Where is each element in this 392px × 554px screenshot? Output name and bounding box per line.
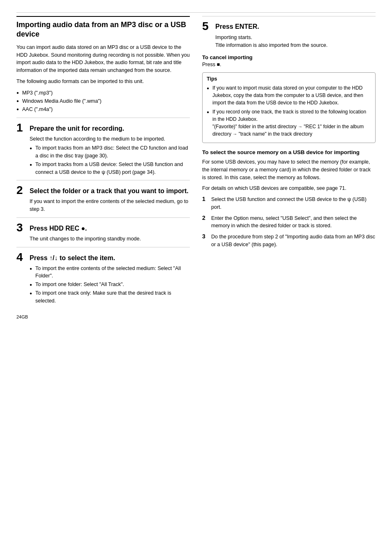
main-title: Importing audio data from an MP3 disc or…	[16, 16, 190, 39]
step4-title: Press ↑/↓ to select the item.	[30, 252, 115, 263]
step3-body: The unit changes to the importing standb…	[16, 235, 190, 243]
step3-title: Press HDD REC ●.	[30, 222, 87, 233]
usb-section-title: To select the source memory on a USB dev…	[202, 149, 376, 156]
arrow-icon-2: →	[233, 131, 237, 138]
step4-row: 4 Press ↑/↓ to select the item.	[16, 252, 190, 263]
step4-section: 4 Press ↑/↓ to select the item. To impor…	[16, 252, 190, 305]
page-container: Importing audio data from an MP3 disc or…	[16, 12, 376, 319]
step1-bullet-2: To import tracks from a USB device: Sele…	[30, 161, 190, 176]
step1-section: 1 Prepare the unit for recording. Select…	[16, 122, 190, 176]
page-number: 24GB	[16, 314, 28, 319]
top-rule	[16, 12, 376, 13]
step4-number: 4	[16, 252, 26, 263]
format-item-wma: Windows Media Audio file (".wma")	[16, 97, 190, 105]
step4-body: To import the entire contents of the sel…	[16, 265, 190, 305]
step1-body: Select the function according to the med…	[16, 135, 190, 176]
left-column: Importing audio data from an MP3 disc or…	[16, 16, 190, 306]
usb-intro-text: For some USB devices, you may have to se…	[202, 158, 376, 181]
usb-detail-text: For details on which USB devices are com…	[202, 185, 376, 192]
intro-paragraph-1: You can import audio data stored on an M…	[16, 44, 190, 74]
step3-divider	[16, 217, 190, 218]
step5-section: 5 Press ENTER. Importing starts. Title i…	[202, 21, 376, 49]
step2-body: If you want to import the entire content…	[16, 198, 190, 213]
step1-row: 1 Prepare the unit for recording.	[16, 122, 190, 134]
step5-title: Press ENTER.	[215, 21, 259, 30]
tip-2: If you record only one track, the track …	[207, 108, 371, 138]
step1-bullet-1: To import tracks from an MP3 disc: Selec…	[30, 144, 190, 160]
step4-bullet-2: To import one folder: Select "All Track"…	[30, 281, 190, 289]
step2-number: 2	[16, 185, 26, 196]
format-item-aac: AAC (".m4a")	[16, 105, 190, 113]
sub-step-1: 1 Select the USB function and connect th…	[202, 196, 376, 211]
sub-step-2-text: Enter the Option menu, select "USB Selec…	[211, 215, 376, 230]
page-footer: 24GB	[16, 314, 376, 319]
format-list: MP3 (".mp3") Windows Media Audio file ("…	[16, 89, 190, 113]
sub-step-3: 3 Do the procedure from step 2 of "Impor…	[202, 233, 376, 249]
step1-title: Prepare the unit for recording.	[30, 122, 124, 133]
step1-divider	[16, 118, 190, 118]
step3-row: 3 Press HDD REC ●.	[16, 222, 190, 233]
step2-divider	[16, 180, 190, 180]
step5-body: Importing starts. Title information is a…	[202, 34, 376, 49]
step2-section: 2 Select the folder or a track that you …	[16, 185, 190, 213]
tips-box: Tips If you want to import music data st…	[202, 72, 376, 143]
step3-section: 3 Press HDD REC ●. The unit changes to t…	[16, 222, 190, 243]
sub-step-2: 2 Enter the Option menu, select "USB Sel…	[202, 215, 376, 230]
sub-step-3-text: Do the procedure from step 2 of "Importi…	[211, 233, 376, 249]
cancel-text: Press ■.	[202, 62, 376, 67]
sub-step-1-text: Select the USB function and connect the …	[211, 196, 376, 211]
two-col-layout: Importing audio data from an MP3 disc or…	[16, 16, 376, 306]
step1-bullets: To import tracks from an MP3 disc: Selec…	[30, 144, 190, 176]
right-top-rule	[202, 16, 376, 16]
step3-number: 3	[16, 222, 26, 233]
tips-header: Tips	[207, 76, 371, 82]
step4-bullet-1: To import the entire contents of the sel…	[30, 265, 190, 280]
step4-bullet-3: To import one track only: Make sure that…	[30, 289, 190, 305]
step5-row: 5 Press ENTER.	[202, 21, 376, 32]
step2-title: Select the folder or a track that you wa…	[30, 185, 189, 196]
format-item-mp3: MP3 (".mp3")	[16, 89, 190, 97]
intro-paragraph-2: The following audio formats can be impor…	[16, 78, 190, 85]
cancel-section: To cancel importing Press ■.	[202, 54, 376, 67]
sub-step-1-number: 1	[202, 196, 209, 202]
step4-divider	[16, 247, 190, 247]
tip-1: If you want to import music data stored …	[207, 84, 371, 106]
step5-number: 5	[202, 21, 212, 32]
step2-row: 2 Select the folder or a track that you …	[16, 185, 190, 196]
right-column: 5 Press ENTER. Importing starts. Title i…	[202, 16, 376, 306]
sub-step-3-number: 3	[202, 233, 209, 240]
usb-section: To select the source memory on a USB dev…	[202, 149, 376, 249]
step1-number: 1	[16, 122, 26, 134]
tips-list: If you want to import music data stored …	[207, 84, 371, 138]
sub-step-2-number: 2	[202, 215, 209, 221]
cancel-title: To cancel importing	[202, 54, 376, 60]
arrow-icon-1: →	[298, 123, 302, 130]
step4-bullets: To import the entire contents of the sel…	[30, 265, 190, 305]
